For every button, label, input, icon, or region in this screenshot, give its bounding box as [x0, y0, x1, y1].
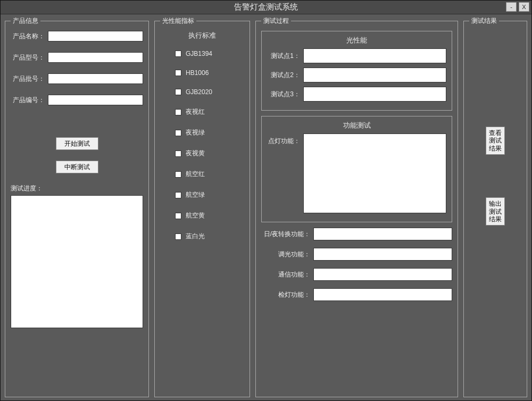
std-check-2: GJB2020 — [160, 88, 244, 96]
tp1-field[interactable] — [303, 48, 446, 63]
view-result-row: 查看测试结果 — [469, 127, 521, 155]
product-batch-input[interactable] — [48, 73, 143, 84]
std-check-7: 航空绿 — [160, 190, 244, 199]
start-test-row: 开始测试 — [11, 137, 143, 150]
optics-group: 光性能指标 执行标准 GJB1394 HB1006 GJB2020 夜视红 夜视… — [154, 16, 250, 397]
result-group: 测试结果 查看测试结果 输出测试结果 — [463, 16, 527, 397]
std-checkbox-nightyellow[interactable] — [175, 151, 181, 157]
std-check-1: HB1006 — [160, 69, 244, 77]
std-checkbox-nightred[interactable] — [175, 109, 181, 115]
tp3-row: 测试点3： — [267, 87, 446, 102]
stop-test-row: 中断测试 — [11, 161, 143, 173]
body: 产品信息 产品名称： 产品型号： 产品批号： 产品编号： 开始测试 — [4, 16, 528, 397]
start-test-button[interactable]: 开始测试 — [56, 137, 98, 150]
stop-test-button[interactable]: 中断测试 — [56, 161, 98, 173]
minimize-button[interactable]: - — [506, 2, 517, 12]
std-label-airred: 航空红 — [186, 170, 205, 179]
product-name-row: 产品名称： — [11, 31, 143, 41]
check-row: 检灯功能： — [261, 288, 452, 301]
tp1-row: 测试点1： — [267, 48, 446, 63]
std-check-4: 夜视绿 — [160, 128, 244, 137]
std-checkbox-airgreen[interactable] — [175, 192, 181, 198]
std-check-9: 蓝白光 — [160, 232, 244, 241]
std-label-gjb1394: GJB1394 — [186, 50, 212, 57]
std-checkbox-nightgreen[interactable] — [175, 130, 181, 136]
std-check-5: 夜视黄 — [160, 149, 244, 158]
daynight-label: 日/夜转换功能： — [261, 228, 310, 239]
optical-section: 光性能 测试点1： 测试点2： 测试点3： — [261, 31, 452, 111]
product-name-label: 产品名称： — [11, 32, 45, 41]
std-checkbox-bluewhite[interactable] — [175, 233, 181, 240]
product-info-group: 产品信息 产品名称： 产品型号： 产品批号： 产品编号： 开始测试 — [5, 16, 149, 397]
std-checkbox-gjb1394[interactable] — [175, 51, 181, 57]
dim-row: 调光功能： — [261, 248, 452, 261]
process-legend: 测试过程 — [261, 16, 291, 26]
lamp-label: 点灯功能： — [267, 133, 300, 146]
optical-section-title: 光性能 — [267, 36, 446, 45]
dim-label: 调光功能： — [261, 248, 310, 259]
std-label-airyellow: 航空黄 — [186, 211, 205, 220]
comm-row: 通信功能： — [261, 268, 452, 281]
optics-legend: 光性能指标 — [160, 16, 196, 26]
std-check-8: 航空黄 — [160, 211, 244, 220]
comm-field[interactable] — [313, 268, 452, 281]
check-label: 检灯功能： — [261, 288, 310, 299]
tp2-label: 测试点2： — [267, 68, 300, 80]
product-name-input[interactable] — [48, 31, 143, 41]
export-result-row: 输出测试结果 — [469, 197, 521, 225]
titlebar: 告警灯盒测试系统 - X — [1, 1, 531, 14]
product-serial-row: 产品编号： — [11, 95, 143, 105]
std-label-bluewhite: 蓝白光 — [186, 232, 205, 241]
std-check-3: 夜视红 — [160, 107, 244, 116]
product-model-input[interactable] — [48, 52, 143, 63]
std-checkbox-airred[interactable] — [175, 171, 181, 178]
tp2-field[interactable] — [303, 68, 446, 82]
check-field[interactable] — [313, 288, 452, 301]
progress-label: 测试进度： — [11, 184, 143, 193]
function-section-title: 功能测试 — [267, 121, 446, 130]
product-model-label: 产品型号： — [11, 53, 45, 62]
std-label-hb1006: HB1006 — [186, 69, 209, 77]
view-result-button[interactable]: 查看测试结果 — [486, 127, 505, 155]
bottom-rows: 日/夜转换功能： 调光功能： 通信功能： 检灯功能： — [261, 228, 452, 301]
standard-title: 执行标准 — [160, 31, 244, 40]
std-checkbox-hb1006[interactable] — [175, 70, 181, 76]
product-serial-input[interactable] — [48, 95, 143, 105]
window-title: 告警灯盒测试系统 — [1, 2, 531, 12]
window-buttons: - X — [506, 2, 529, 12]
std-check-0: GJB1394 — [160, 50, 244, 57]
daynight-field[interactable] — [313, 228, 452, 240]
std-check-6: 航空红 — [160, 170, 244, 179]
close-button[interactable]: X — [519, 2, 529, 12]
product-info-legend: 产品信息 — [11, 16, 40, 26]
std-checkbox-gjb2020[interactable] — [175, 89, 181, 95]
product-serial-label: 产品编号： — [11, 96, 45, 105]
lamp-row: 点灯功能： — [267, 133, 446, 213]
window: 告警灯盒测试系统 - X 产品信息 产品名称： 产品型号： 产品批号： 产品编号… — [0, 0, 532, 401]
tp3-label: 测试点3： — [267, 87, 300, 99]
export-result-button[interactable]: 输出测试结果 — [486, 197, 505, 225]
daynight-row: 日/夜转换功能： — [261, 228, 452, 240]
std-label-nightgreen: 夜视绿 — [186, 128, 205, 137]
progress-textarea[interactable] — [11, 195, 143, 328]
std-label-nightyellow: 夜视黄 — [186, 149, 205, 158]
tp2-row: 测试点2： — [267, 68, 446, 82]
function-section: 功能测试 点灯功能： — [261, 116, 452, 222]
std-checkbox-airyellow[interactable] — [175, 213, 181, 219]
std-label-gjb2020: GJB2020 — [186, 88, 212, 96]
dim-field[interactable] — [313, 248, 452, 261]
comm-label: 通信功能： — [261, 268, 310, 279]
lamp-field[interactable] — [303, 133, 446, 213]
process-group: 测试过程 光性能 测试点1： 测试点2： 测试点3： 功能测试 — [255, 16, 458, 397]
result-legend: 测试结果 — [469, 16, 499, 26]
product-batch-label: 产品批号： — [11, 74, 45, 83]
std-label-nightred: 夜视红 — [186, 107, 205, 116]
product-model-row: 产品型号： — [11, 52, 143, 63]
tp3-field[interactable] — [303, 87, 446, 102]
product-batch-row: 产品批号： — [11, 73, 143, 84]
tp1-label: 测试点1： — [267, 48, 300, 61]
progress-box: 测试进度： — [11, 184, 143, 330]
std-label-airgreen: 航空绿 — [186, 190, 205, 199]
